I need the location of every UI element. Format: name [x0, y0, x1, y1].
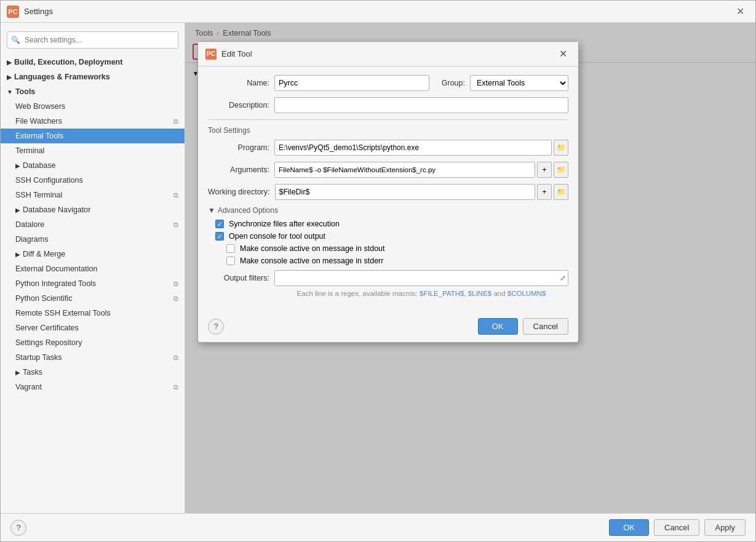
sidebar-item-vagrant[interactable]: Vagrant ⧉ — [1, 380, 185, 394]
arrow-right-icon: ▶ — [15, 369, 20, 376]
working-dir-row: Working directory: + 📁 — [208, 184, 568, 200]
sync-files-row: ✓ Synchronize files after execution — [208, 220, 568, 228]
sync-files-checkbox[interactable]: ✓ — [215, 220, 224, 228]
name-group-row: Name: Group: External Tools — [208, 75, 568, 91]
window-ok-button[interactable]: OK — [609, 519, 649, 536]
window-help-button[interactable]: ? — [10, 520, 26, 536]
expand-icon[interactable]: ⤢ — [560, 274, 566, 282]
output-filters-label: Output filters: — [208, 274, 269, 282]
copy-icon: ⧉ — [173, 295, 178, 303]
output-filters-input-wrap: ⤢ — [274, 270, 568, 286]
sidebar-item-diagrams[interactable]: Diagrams — [1, 232, 185, 247]
modal-help-button[interactable]: ? — [208, 319, 224, 335]
arguments-add-button[interactable]: + — [537, 162, 552, 178]
macro-hint: Each line is a regex, available macros: … — [208, 290, 568, 297]
sidebar-item-python-integrated-tools[interactable]: Python Integrated Tools ⧉ — [1, 276, 185, 291]
window-cancel-button[interactable]: Cancel — [654, 519, 699, 536]
modal-app-icon: PC — [205, 49, 217, 60]
name-label: Name: — [208, 79, 269, 87]
sync-files-label: Synchronize files after execution — [229, 220, 340, 228]
sidebar-item-languages-frameworks[interactable]: ▶Languages & Frameworks — [1, 70, 185, 84]
arrow-right-icon: ▶ — [15, 162, 20, 169]
sidebar-item-tasks[interactable]: ▶Tasks — [1, 365, 185, 380]
description-input[interactable] — [274, 97, 568, 113]
modal-title-bar: PC Edit Tool ✕ — [198, 42, 578, 66]
content-area: 🔍 ▶Build, Execution, Deployment ▶Languag… — [1, 23, 755, 513]
macro1: $FILE_PATH$ — [420, 290, 464, 297]
working-dir-browse-button[interactable]: 📁 — [554, 184, 568, 200]
sidebar-item-file-watchers[interactable]: File Watchers ⧉ — [1, 114, 185, 129]
open-console-checkbox[interactable]: ✓ — [215, 232, 224, 241]
program-label: Program: — [208, 143, 269, 152]
active-stderr-label: Make console active on message in stderr — [240, 257, 383, 265]
sidebar-item-tools[interactable]: ▼Tools — [1, 84, 185, 99]
search-box: 🔍 — [7, 31, 178, 49]
arrow-right-icon: ▶ — [15, 207, 20, 213]
arguments-input[interactable] — [274, 162, 535, 178]
window-apply-button[interactable]: Apply — [704, 519, 746, 536]
sidebar-item-remote-ssh-external-tools[interactable]: Remote SSH External Tools — [1, 306, 185, 321]
search-input[interactable] — [7, 31, 178, 49]
sidebar-item-diff-merge[interactable]: ▶Diff & Merge — [1, 247, 185, 261]
output-filters-input[interactable] — [274, 270, 568, 286]
sidebar-item-web-browsers[interactable]: Web Browsers — [1, 99, 185, 114]
settings-window: PC Settings ✕ 🔍 ▶Build, Execution, Deplo… — [0, 0, 756, 542]
active-stderr-row: Make console active on message in stderr — [208, 257, 568, 265]
window-title: Settings — [24, 7, 53, 16]
sidebar: 🔍 ▶Build, Execution, Deployment ▶Languag… — [1, 23, 185, 513]
advanced-options-header[interactable]: ▼ Advanced Options — [208, 206, 568, 215]
active-stderr-checkbox[interactable] — [226, 257, 235, 265]
modal-overlay: PC Edit Tool ✕ Name: Group: — [185, 23, 755, 513]
modal-ok-button[interactable]: OK — [478, 318, 518, 335]
arguments-input-group: + 📁 — [274, 162, 568, 178]
sidebar-item-ssh-configurations[interactable]: SSH Configurations — [1, 173, 185, 188]
sidebar-item-datalore[interactable]: Datalore ⧉ — [1, 217, 185, 232]
sidebar-item-build-execution[interactable]: ▶Build, Execution, Deployment — [1, 55, 185, 70]
sidebar-item-database[interactable]: ▶Database — [1, 158, 185, 173]
sidebar-item-external-tools[interactable]: External Tools — [1, 129, 185, 143]
program-browse-button[interactable]: 📁 — [554, 140, 568, 156]
main-panel: Tools › External Tools + ✎ ▲ ▼ ⧉ ▼ ✓ Ext… — [185, 23, 755, 513]
working-dir-input[interactable] — [275, 184, 536, 200]
modal-close-button[interactable]: ✕ — [555, 47, 571, 61]
copy-icon: ⧉ — [173, 191, 178, 199]
working-dir-add-button[interactable]: + — [537, 184, 552, 200]
title-bar-left: PC Settings — [7, 6, 53, 18]
working-dir-input-group: + 📁 — [275, 184, 569, 200]
tool-settings-label: Tool Settings — [208, 126, 568, 135]
program-input[interactable] — [274, 140, 552, 156]
advanced-label: Advanced Options — [218, 206, 278, 215]
window-close-button[interactable]: ✕ — [731, 3, 749, 20]
program-row: Program: 📁 — [208, 140, 568, 156]
group-select[interactable]: External Tools — [470, 75, 568, 91]
modal-footer-buttons: OK Cancel — [478, 318, 568, 335]
name-input[interactable] — [274, 75, 429, 91]
sidebar-item-server-certificates[interactable]: Server Certificates — [1, 321, 185, 335]
active-stdout-checkbox[interactable] — [226, 244, 235, 253]
arguments-browse-button[interactable]: 📁 — [554, 162, 568, 178]
app-icon: PC — [7, 6, 19, 18]
sidebar-item-python-scientific[interactable]: Python Scientific ⧉ — [1, 291, 185, 306]
title-bar: PC Settings ✕ — [1, 1, 755, 23]
sidebar-item-ssh-terminal[interactable]: SSH Terminal ⧉ — [1, 188, 185, 202]
sidebar-item-settings-repository[interactable]: Settings Repository — [1, 335, 185, 350]
description-row: Description: — [208, 97, 568, 113]
advanced-arrow-icon: ▼ — [208, 206, 215, 215]
search-icon: 🔍 — [11, 36, 20, 44]
arrow-down-icon: ▼ — [7, 89, 13, 95]
arguments-label: Arguments: — [208, 165, 269, 174]
sidebar-item-database-navigator[interactable]: ▶Database Navigator — [1, 202, 185, 217]
macro2: $LINE$ — [468, 290, 491, 297]
active-stdout-label: Make console active on message in stdout — [240, 244, 385, 253]
modal-title-text: Edit Tool — [221, 49, 252, 58]
modal-title-left: PC Edit Tool — [205, 49, 252, 60]
macro3: $COLUMN$ — [507, 290, 546, 297]
modal-footer: ? OK Cancel — [198, 313, 578, 342]
sidebar-item-external-documentation[interactable]: External Documentation — [1, 261, 185, 276]
window-footer: ? OK Cancel Apply — [1, 513, 755, 541]
sidebar-item-terminal[interactable]: Terminal — [1, 143, 185, 158]
sidebar-item-startup-tasks[interactable]: Startup Tasks ⧉ — [1, 350, 185, 365]
advanced-section: ▼ Advanced Options ✓ Synchronize files a… — [208, 206, 568, 265]
program-input-group: 📁 — [274, 140, 568, 156]
modal-cancel-button[interactable]: Cancel — [523, 318, 568, 335]
